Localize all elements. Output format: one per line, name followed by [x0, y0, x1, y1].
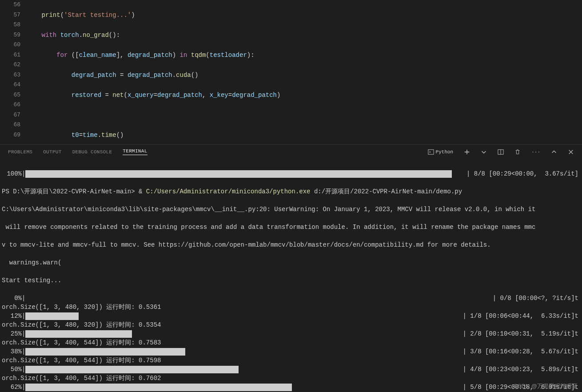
terminal-line: orch.Size([1, 3, 400, 544]) 运行时间: 0.7602: [2, 374, 578, 383]
token: print: [42, 12, 60, 19]
more-actions-button[interactable]: ···: [531, 149, 540, 155]
chevron-down-icon: [481, 149, 487, 155]
progress-percent: 25%: [2, 329, 22, 338]
terminal-line: orch.Size([1, 3, 400, 544]) 运行时间: 0.7583: [2, 338, 578, 347]
token: degrad_patch: [72, 72, 116, 79]
line-number: 58: [0, 20, 20, 30]
code-content[interactable]: print('Start testing...') with torch.no_…: [27, 0, 582, 144]
line-number: 69: [0, 130, 20, 140]
watermark: CSDN @万里鹏程转瞬至: [513, 382, 578, 390]
token: in: [180, 52, 187, 59]
panel-tabs: PROBLEMS OUTPUT DEBUG CONSOLE TERMINAL P…: [0, 144, 582, 159]
output-tab[interactable]: OUTPUT: [43, 149, 61, 155]
progress-row: 50%|| 4/8 [00:23<00:23, 5.89s/it]t: [2, 365, 578, 374]
token: restored: [72, 92, 101, 99]
token: degrad_patch: [157, 92, 202, 99]
progress-percent: 12%: [2, 312, 22, 320]
terminal-line: C:\Users\Administrator\miniconda3\lib\si…: [2, 205, 578, 214]
progress-percent: 100%: [2, 169, 22, 178]
terminal-line: orch.Size([1, 3, 400, 544]) 运行时间: 0.7598: [2, 356, 578, 365]
terminal-line: will remove components related to the tr…: [2, 223, 578, 232]
close-icon: [568, 149, 574, 155]
token: torch: [60, 32, 79, 39]
svg-rect-0: [428, 149, 433, 154]
line-number: 61: [0, 50, 20, 60]
line-number: 65: [0, 90, 20, 100]
new-terminal-button[interactable]: [464, 149, 470, 155]
token: x_query: [128, 92, 154, 99]
debug-console-tab[interactable]: DEBUG CONSOLE: [72, 149, 112, 155]
token: time: [83, 132, 98, 139]
terminal-line: warnings.warn(: [2, 258, 578, 267]
line-number: 60: [0, 40, 20, 50]
terminal-line: PS D:\开源项目\2022-CVPR-AirNet-main> & C:/U…: [2, 187, 578, 196]
trash-icon: [514, 149, 521, 155]
split-terminal-button[interactable]: [498, 149, 504, 155]
terminal-line: Start testing...: [2, 276, 578, 285]
progress-bar: [25, 348, 185, 356]
token: t0: [72, 132, 79, 139]
close-panel-button[interactable]: [568, 149, 574, 155]
terminal-launch-profile[interactable]: Python: [428, 149, 454, 155]
line-number: 63: [0, 70, 20, 80]
progress-row: 100%|| 8/8 [00:29<00:00, 3.67s/it]: [2, 169, 578, 178]
plus-icon: [464, 149, 470, 155]
token: degrad_patch: [232, 92, 277, 99]
terminal-output[interactable]: 100%|| 8/8 [00:29<00:00, 3.67s/it] PS D:…: [0, 159, 582, 392]
progress-stats: | 3/8 [00:16<00:28, 5.67s/it]t: [463, 347, 578, 356]
progress-stats: | 1/8 [00:06<00:44, 6.33s/it]t: [463, 312, 578, 320]
code-editor[interactable]: 56 57 58 59 60 61 62 63 64 65 66 67 68 6…: [0, 0, 582, 144]
command: C:/Users/Administrator/miniconda3/python…: [146, 188, 311, 195]
maximize-panel-button[interactable]: [551, 149, 557, 155]
token: clean_name: [79, 52, 116, 59]
progress-row: 38%|| 3/8 [00:16<00:28, 5.67s/it]t: [2, 347, 578, 356]
progress-stats: | 2/8 [00:10<00:31, 5.19s/it]t: [463, 329, 578, 338]
line-number: 66: [0, 100, 20, 110]
token: net: [112, 92, 124, 99]
progress-bar: [25, 330, 132, 338]
token: x_key: [210, 92, 228, 99]
token: for: [56, 52, 68, 59]
terminal-line: v to mmcv-lite and mmcv-full to mmcv. Se…: [2, 240, 578, 249]
terminal-name: Python: [436, 149, 454, 155]
token: degrad_patch: [128, 72, 172, 79]
progress-percent: 0%: [2, 294, 22, 303]
split-icon: [498, 149, 504, 155]
progress-bar: [25, 366, 239, 373]
progress-row: 25%|| 2/8 [00:10<00:31, 5.19s/it]t: [2, 329, 578, 338]
progress-bar: [25, 312, 79, 320]
progress-bar: [25, 384, 292, 391]
line-number: 67: [0, 110, 20, 120]
token: with: [42, 32, 57, 39]
terminal-dropdown[interactable]: [481, 149, 487, 155]
command-arg: d:/开源项目/2022-CVPR-AirNet-main/demo.py: [311, 188, 462, 195]
progress-bar: [25, 170, 452, 178]
token: 'Start testing...': [64, 12, 131, 19]
launch-icon: [428, 149, 434, 155]
token: cuda: [176, 72, 191, 79]
progress-percent: 50%: [2, 365, 22, 374]
problems-tab[interactable]: PROBLEMS: [8, 149, 32, 155]
line-number: 56: [0, 0, 20, 10]
token: testloader: [210, 52, 247, 59]
line-number: 68: [0, 120, 20, 130]
chevron-up-icon: [551, 149, 557, 155]
terminal-line: orch.Size([1, 3, 480, 320]) 运行时间: 0.5361: [2, 303, 578, 312]
terminal-tab[interactable]: TERMINAL: [123, 148, 147, 155]
line-number: 64: [0, 80, 20, 90]
progress-row: 62%|| 5/8 [00:29<00:18, 6.01s/it]t: [2, 383, 578, 392]
token: degrad_patch: [128, 52, 172, 59]
kill-terminal-button[interactable]: [514, 149, 521, 155]
token: time: [101, 132, 116, 139]
line-number-gutter: 56 57 58 59 60 61 62 63 64 65 66 67 68 6…: [0, 0, 27, 144]
progress-stats: | 8/8 [00:29<00:00, 3.67s/it]: [466, 169, 578, 178]
line-number: 57: [0, 10, 20, 20]
progress-row: 0%|| 0/8 [00:00<?, ?it/s]t: [2, 294, 578, 303]
line-number: 59: [0, 30, 20, 40]
progress-stats: | 4/8 [00:23<00:23, 5.89s/it]t: [463, 365, 578, 374]
progress-stats: | 0/8 [00:00<?, ?it/s]t: [493, 294, 578, 303]
line-number: 62: [0, 60, 20, 70]
prompt: PS D:\开源项目\2022-CVPR-AirNet-main> &: [2, 188, 146, 195]
progress-row: 12%|| 1/8 [00:06<00:44, 6.33s/it]t: [2, 312, 578, 320]
token: no_grad: [83, 32, 109, 39]
